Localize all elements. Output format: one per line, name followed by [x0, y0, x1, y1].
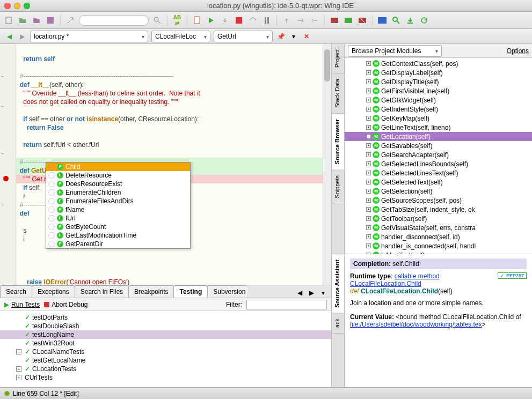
new-file-icon[interactable]: [3, 15, 14, 26]
tab-search[interactable]: Search: [0, 285, 32, 298]
expand-icon[interactable]: +: [366, 198, 371, 203]
expand-icon[interactable]: +: [366, 125, 371, 130]
member-item[interactable]: +MGetFirstVisibleLine(self): [345, 86, 532, 95]
editor-scrollbar[interactable]: [323, 44, 331, 285]
expand-icon[interactable]: +: [366, 216, 371, 221]
continue-icon[interactable]: [309, 15, 320, 26]
tab-breakpoints[interactable]: Breakpoints: [128, 285, 174, 298]
autocomplete-item[interactable]: FGetByteCount: [46, 223, 190, 231]
expand-icon[interactable]: +: [366, 225, 371, 230]
tab-exceptions[interactable]: Exceptions: [32, 285, 75, 298]
member-item[interactable]: +MGetDisplayLabel(self): [345, 68, 532, 77]
expand-icon[interactable]: +: [366, 234, 371, 239]
expand-icon[interactable]: +: [366, 98, 371, 102]
expand-icon[interactable]: +: [366, 189, 371, 194]
member-item[interactable]: +MGetVisualState(self, errs, constra: [345, 223, 532, 232]
filter-input[interactable]: [246, 300, 327, 309]
debug-file-icon[interactable]: [192, 15, 202, 26]
class-selector[interactable]: CLocalFileLoc: [151, 31, 210, 42]
expand-icon[interactable]: +: [366, 161, 371, 166]
save-icon[interactable]: [45, 15, 56, 26]
nav-back-icon[interactable]: ◀: [4, 32, 14, 41]
expand-icon[interactable]: +: [366, 70, 371, 75]
member-item[interactable]: +MGetContextClass(self, pos): [345, 59, 532, 68]
expand-icon[interactable]: +: [366, 61, 371, 66]
close-tab-icon[interactable]: ✕: [302, 32, 311, 41]
step-out-icon[interactable]: [281, 15, 292, 26]
member-item[interactable]: +Mhandler_is_connected(self, handl: [345, 241, 532, 250]
minimize-window-button[interactable]: [14, 3, 20, 9]
tabstrip-next-icon[interactable]: ▶: [307, 288, 316, 298]
open-file-icon[interactable]: [17, 15, 28, 26]
autocomplete-item[interactable]: FfUrl: [46, 214, 190, 223]
pin-icon[interactable]: 📌: [276, 32, 286, 41]
editor-gutter[interactable]: [0, 44, 16, 285]
expand-icon[interactable]: +: [366, 134, 371, 139]
sidetab-stack-data[interactable]: Stack Data: [332, 73, 344, 114]
sidetab-project[interactable]: Project: [332, 44, 344, 73]
expand-icon[interactable]: +: [16, 375, 21, 380]
member-item[interactable]: +MGetSelection(self): [345, 187, 532, 196]
menu-icon[interactable]: ▾: [289, 32, 298, 41]
options-link[interactable]: Options: [507, 47, 529, 55]
fold-marker[interactable]: −: [1, 201, 6, 206]
breakpoint-icon[interactable]: [3, 176, 9, 181]
member-item[interactable]: +MIsModified(self): [345, 250, 532, 254]
expand-icon[interactable]: +: [366, 88, 371, 93]
sidetab-source-assistant[interactable]: Source Assistant: [332, 254, 344, 313]
collapse-icon[interactable]: −: [16, 349, 21, 354]
run-tests-button[interactable]: ▶Run Tests: [4, 301, 40, 308]
expand-icon[interactable]: +: [366, 143, 371, 148]
test-group[interactable]: −✓ CLocalNameTests: [0, 348, 331, 356]
tab-subversion[interactable]: Subversion: [207, 285, 247, 298]
tab-search-in-files[interactable]: Search in Files: [75, 285, 129, 298]
test-tree[interactable]: ✓ testDotParts✓ testDoubleSlash✓ testLon…: [0, 311, 331, 387]
download-icon[interactable]: [405, 15, 416, 26]
console-icon[interactable]: [377, 15, 388, 26]
autocomplete-item[interactable]: FDoesResourceExist: [46, 180, 190, 188]
member-item[interactable]: +MGetSavables(self): [345, 141, 532, 150]
current-value-link[interactable]: file:/Users/sdeibel/doc/woodworking/tabl…: [350, 321, 482, 328]
autocomplete-item[interactable]: FDeleteResource: [46, 171, 190, 180]
sidetab-source-browser[interactable]: Source Browser: [332, 114, 344, 170]
close-window-button[interactable]: [4, 3, 11, 9]
expand-icon[interactable]: +: [366, 107, 371, 112]
expand-icon[interactable]: +: [366, 243, 371, 248]
symbol-selector[interactable]: GetUrl: [214, 31, 273, 42]
autocomplete-popup[interactable]: FChildFDeleteResourceFDoesResourceExistF…: [46, 162, 191, 249]
member-item[interactable]: +MGetToolbar(self): [345, 214, 532, 223]
sidetab-ack[interactable]: ack: [332, 313, 344, 334]
pause-icon[interactable]: [261, 15, 272, 26]
member-item[interactable]: +MGetSelectedLinesText(self): [345, 168, 532, 178]
open-project-icon[interactable]: [31, 15, 42, 26]
test-item[interactable]: ✓ testDoubleSlash: [0, 322, 331, 330]
tabstrip-menu-icon[interactable]: ▾: [318, 288, 328, 298]
tab-testing[interactable]: Testing: [173, 285, 208, 298]
tabstrip-prev-icon[interactable]: ◀: [295, 288, 304, 298]
goto-icon[interactable]: [65, 15, 76, 26]
member-item[interactable]: +MGetLineText(self, lineno): [345, 123, 532, 132]
abort-debug-button[interactable]: Abort Debug: [44, 301, 88, 308]
expand-icon[interactable]: +: [366, 207, 371, 212]
member-item[interactable]: +MGetKeyMap(self): [345, 114, 532, 123]
member-tree[interactable]: +MGetContextClass(self, pos)+MGetDisplay…: [345, 58, 532, 254]
nav-forward-icon[interactable]: ▶: [17, 32, 27, 41]
autocomplete-item[interactable]: FEnumerateChildren: [46, 188, 190, 197]
expand-icon[interactable]: +: [366, 116, 371, 121]
autocomplete-item[interactable]: FGetLastModificationTime: [46, 231, 190, 240]
member-item[interactable]: +MGetTabSize(self, indent_style, ok: [345, 205, 532, 214]
search-project-icon[interactable]: [391, 15, 402, 26]
member-item[interactable]: +MGetIndentStyle(self): [345, 105, 532, 114]
breakpoint-cond-icon[interactable]: [343, 15, 354, 26]
autocomplete-item[interactable]: FChild: [46, 162, 190, 171]
search-icon[interactable]: [152, 15, 163, 26]
member-item[interactable]: +MGetLocation(self): [345, 132, 532, 141]
stop-icon[interactable]: [234, 15, 244, 26]
step-over-icon[interactable]: [247, 15, 258, 26]
member-item[interactable]: +MGetGtkWidget(self): [345, 95, 532, 105]
sidetab-snippets[interactable]: Snippets: [332, 170, 344, 204]
step-icon[interactable]: [295, 15, 306, 26]
test-group[interactable]: + CUrlTests: [0, 373, 331, 382]
run-icon[interactable]: [206, 15, 216, 26]
fold-marker[interactable]: −: [1, 102, 6, 107]
